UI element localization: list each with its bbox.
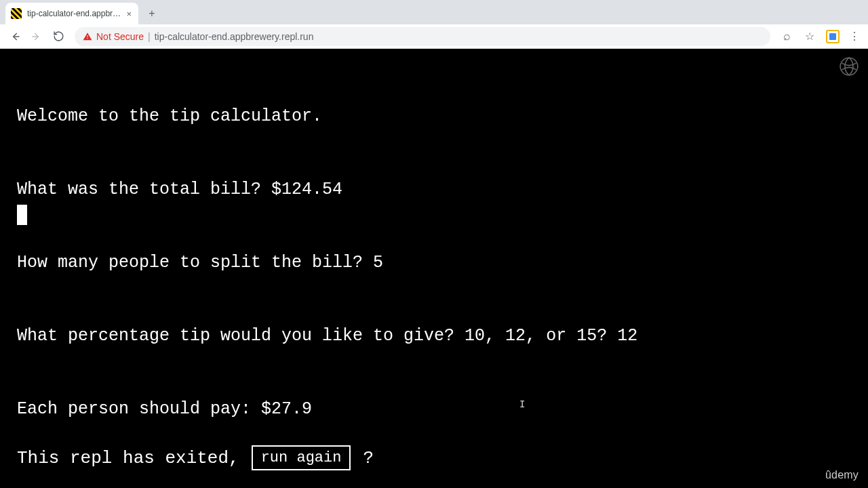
extension-button[interactable]	[823, 27, 842, 46]
ibeam-cursor-icon: 𝙸	[519, 399, 525, 409]
new-tab-button[interactable]: +	[142, 4, 161, 23]
star-icon: ☆	[805, 30, 814, 43]
exit-suffix: ?	[363, 448, 374, 468]
page-url: tip-calculator-end.appbrewery.repl.run	[155, 31, 314, 42]
run-again-button[interactable]: run again	[252, 445, 351, 470]
repl-exit-bar: This repl has exited, run again ?	[17, 445, 374, 470]
not-secure-icon	[83, 32, 92, 41]
zoom-search-button[interactable]: ⌕	[777, 27, 796, 46]
omnibox-separator: |	[148, 31, 151, 42]
extension-icon	[826, 30, 840, 43]
browser-toolbar: Not Secure | tip-calculator-end.appbrewe…	[0, 24, 868, 49]
terminal-output: Welcome to the tip calculator. What was …	[17, 56, 854, 470]
terminal-line: Welcome to the tip calculator.	[17, 104, 854, 129]
bookmark-button[interactable]: ☆	[800, 27, 819, 46]
tab-favicon	[11, 8, 22, 19]
arrow-right-icon	[31, 30, 43, 43]
browser-tab[interactable]: tip-calculator-end.appbrewery.r ×	[5, 3, 138, 24]
arrow-left-icon	[9, 30, 21, 43]
not-secure-label: Not Secure	[96, 31, 144, 42]
reload-button[interactable]	[49, 27, 68, 46]
tab-title: tip-calculator-end.appbrewery.r	[27, 9, 125, 18]
exit-message: This repl has exited,	[17, 448, 239, 468]
plus-icon: +	[149, 7, 155, 20]
forward-button[interactable]	[27, 27, 46, 46]
reload-icon	[53, 30, 64, 42]
back-button[interactable]	[5, 27, 24, 46]
chrome-menu-button[interactable]: ⋮	[846, 30, 863, 43]
terminal-line: How many people to split the bill? 5	[17, 251, 854, 275]
udemy-watermark: ûdemy	[825, 469, 859, 481]
browser-tab-strip: tip-calculator-end.appbrewery.r × +	[0, 0, 868, 24]
address-bar[interactable]: Not Secure | tip-calculator-end.appbrewe…	[75, 27, 770, 46]
terminal-line: What was the total bill? $124.54	[17, 178, 854, 202]
terminal-page: Welcome to the tip calculator. What was …	[0, 49, 868, 488]
terminal-line: What percentage tip would you like to gi…	[17, 324, 854, 348]
terminal-cursor	[17, 205, 27, 225]
terminal-line: Each person should pay: $27.9	[17, 397, 854, 422]
close-tab-icon[interactable]: ×	[125, 9, 133, 19]
magnify-icon: ⌕	[783, 29, 791, 43]
kebab-icon: ⋮	[849, 30, 860, 42]
